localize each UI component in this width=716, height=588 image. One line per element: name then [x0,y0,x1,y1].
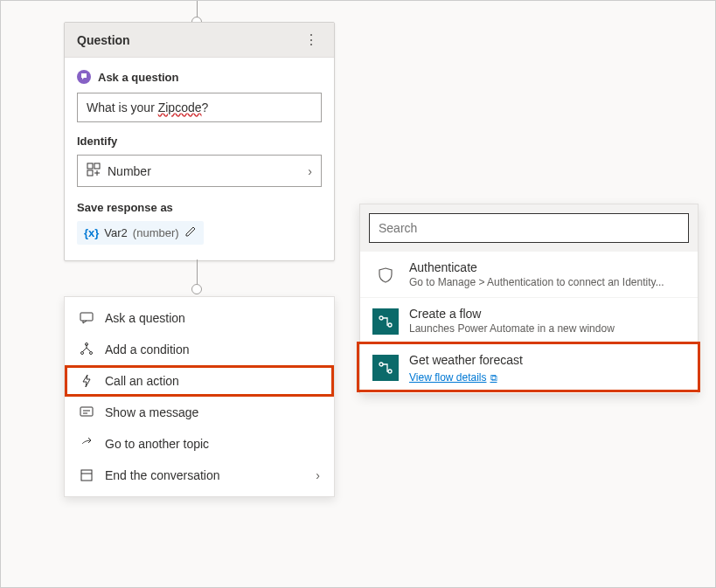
action-flyout-panel: Authenticate Go to Manage > Authenticati… [359,204,699,394]
external-link-icon: ⧉ [490,372,497,384]
variable-chip[interactable]: {x} Var2 (number) [77,221,204,245]
connector-node-mid[interactable] [191,284,202,294]
shield-icon [372,262,399,288]
chevron-right-icon: › [308,164,312,178]
menu-item-label: Show a message [105,405,320,419]
flyout-item-title: Get weather forecast [409,353,685,367]
panel-icon [79,468,94,482]
add-node-menu: Ask a question Add a condition Call an a… [64,296,335,497]
svg-rect-12 [81,470,92,481]
question-node-card: Question ⋮ Ask a question What is your Z… [64,22,335,261]
question-text-suffix: ? [202,100,209,114]
flyout-item-title: Create a flow [409,307,685,321]
menu-end-the-conversation[interactable]: End the conversation › [65,460,334,491]
svg-rect-1 [94,163,100,169]
bolt-icon [79,374,94,388]
question-text-spellcheck-word: Zipcode [158,100,202,114]
menu-item-label: Call an action [105,374,320,388]
variable-type: (number) [133,226,179,239]
svg-rect-5 [80,313,93,321]
menu-item-label: Go to another topic [105,437,320,451]
branch-icon [79,342,94,356]
identify-value: Number [108,164,151,178]
number-type-icon [87,163,101,179]
menu-item-label: Ask a question [105,311,320,325]
svg-rect-9 [80,407,93,416]
flyout-item-title: Authenticate [409,260,685,274]
flyout-item-create-a-flow[interactable]: Create a flow Launches Power Automate in… [360,298,698,344]
view-flow-details-link[interactable]: View flow details ⧉ [409,371,497,384]
search-input[interactable] [369,213,689,243]
more-options-icon[interactable]: ⋮ [301,31,322,48]
flow-icon [372,355,399,381]
share-icon [79,437,94,451]
question-card-header: Question ⋮ [65,23,334,58]
flyout-item-authenticate[interactable]: Authenticate Go to Manage > Authenticati… [360,252,698,298]
question-badge-icon [77,70,91,84]
flyout-item-get-weather-forecast[interactable]: Get weather forecast View flow details ⧉ [360,344,698,393]
ask-a-question-row: Ask a question [77,70,322,84]
menu-go-to-another-topic[interactable]: Go to another topic [65,428,334,460]
flyout-item-subtitle: Launches Power Automate in a new window [409,322,685,335]
chat-icon [79,311,94,325]
chevron-right-icon: › [316,468,320,482]
menu-item-label: Add a condition [105,342,320,356]
svg-point-7 [81,352,84,355]
variable-braces-icon: {x} [84,226,99,239]
svg-point-8 [90,352,93,355]
question-card-title: Question [77,33,130,47]
message-icon [79,405,94,419]
menu-ask-a-question[interactable]: Ask a question [65,302,334,334]
edit-variable-icon[interactable] [184,225,197,240]
svg-point-16 [379,363,383,366]
question-text-prefix: What is your [87,100,158,114]
svg-rect-0 [87,163,93,169]
question-card-body: Ask a question What is your Zipcode? Ide… [65,58,334,260]
identify-label: Identify [77,135,322,148]
ask-a-question-label: Ask a question [98,71,178,84]
variable-name: Var2 [104,226,128,239]
save-response-label: Save response as [77,201,322,214]
identify-type-select[interactable]: Number › [77,155,322,187]
flow-icon [372,308,399,335]
flyout-search-wrap [360,204,698,252]
svg-point-17 [388,370,392,373]
svg-point-15 [388,323,392,327]
menu-call-an-action[interactable]: Call an action [65,365,334,397]
svg-rect-2 [87,170,93,176]
flyout-item-link-text: View flow details [409,371,487,384]
flyout-item-subtitle: Go to Manage > Authentication to connect… [409,276,685,288]
menu-item-label: End the conversation [105,468,305,482]
svg-point-14 [379,316,383,320]
question-text-input[interactable]: What is your Zipcode? [77,93,322,122]
menu-show-a-message[interactable]: Show a message [65,397,334,428]
menu-add-a-condition[interactable]: Add a condition [65,334,334,365]
